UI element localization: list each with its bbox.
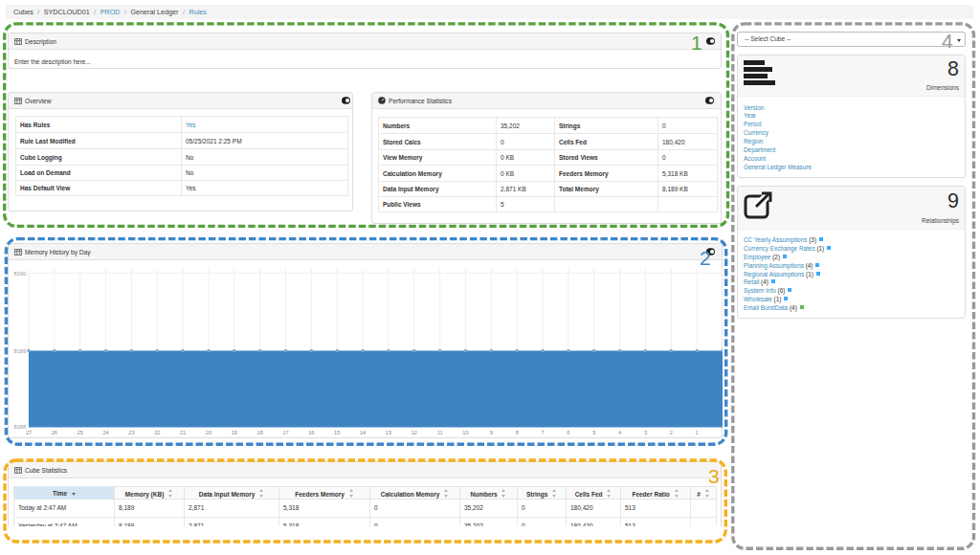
svg-text:10: 10 xyxy=(462,430,468,435)
svg-text:4: 4 xyxy=(618,430,621,435)
svg-text:8190: 8190 xyxy=(14,271,26,277)
svg-text:25: 25 xyxy=(78,430,83,435)
svg-text:11: 11 xyxy=(437,430,443,435)
svg-text:20: 20 xyxy=(206,430,212,435)
svg-text:8: 8 xyxy=(516,430,519,435)
svg-text:1: 1 xyxy=(696,430,699,435)
svg-text:18: 18 xyxy=(257,430,263,435)
svg-text:3: 3 xyxy=(644,430,647,435)
svg-text:26: 26 xyxy=(52,430,57,435)
svg-text:2: 2 xyxy=(670,430,673,435)
svg-text:14: 14 xyxy=(360,430,366,435)
svg-text:12: 12 xyxy=(412,430,417,435)
svg-text:22: 22 xyxy=(154,430,160,435)
svg-text:6: 6 xyxy=(567,430,569,435)
svg-text:9: 9 xyxy=(490,430,493,435)
svg-text:8188: 8188 xyxy=(14,424,26,430)
svg-text:21: 21 xyxy=(180,430,186,435)
svg-text:5: 5 xyxy=(592,430,595,435)
svg-text:27: 27 xyxy=(26,430,32,435)
svg-text:13: 13 xyxy=(386,430,391,435)
svg-text:17: 17 xyxy=(282,430,288,435)
svg-text:19: 19 xyxy=(232,430,237,435)
svg-text:15: 15 xyxy=(334,430,340,435)
svg-text:23: 23 xyxy=(128,430,134,435)
svg-text:24: 24 xyxy=(102,430,108,435)
svg-text:8189: 8189 xyxy=(14,348,26,354)
svg-text:7: 7 xyxy=(541,430,544,435)
svg-text:16: 16 xyxy=(308,430,314,435)
